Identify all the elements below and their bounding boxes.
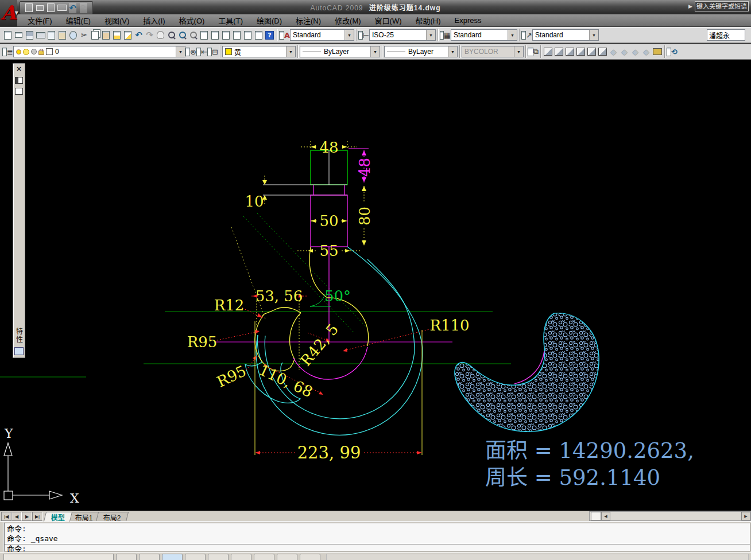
nw-isometric-icon[interactable] xyxy=(641,46,652,57)
save-icon[interactable] xyxy=(24,29,35,41)
text-style-combo[interactable]: Standard ▼ xyxy=(290,29,354,41)
plot-icon[interactable] xyxy=(68,29,79,41)
view-front-icon[interactable] xyxy=(586,46,597,57)
quickcalc-icon[interactable] xyxy=(253,29,264,41)
print-icon[interactable] xyxy=(56,2,67,14)
undo-icon[interactable] xyxy=(133,29,144,41)
menu-draw[interactable]: 绘图(D) xyxy=(250,14,289,27)
chevron-down-icon[interactable]: ▼ xyxy=(370,46,380,57)
snap-toggle[interactable] xyxy=(116,554,137,560)
dim-style-icon[interactable]: ⊢ xyxy=(358,29,369,41)
command-window-grip[interactable] xyxy=(0,522,3,552)
infocenter-search-input[interactable]: 键入关键字或短语 xyxy=(695,1,749,11)
user-name-field[interactable]: 潘超永 xyxy=(707,29,745,41)
infocenter-arrow-icon[interactable]: ▶ xyxy=(688,3,692,9)
layer-lock-icon[interactable] xyxy=(38,50,44,55)
menu-tools[interactable]: 工具(T) xyxy=(211,14,250,27)
cut-icon[interactable] xyxy=(79,29,90,41)
h-scrollbar[interactable]: ◀ ▶ xyxy=(589,511,751,521)
chevron-down-icon[interactable]: ▼ xyxy=(176,46,185,57)
designcenter-icon[interactable] xyxy=(210,29,220,41)
mleader-style-combo[interactable]: Standard ▼ xyxy=(532,29,599,41)
table-style-combo[interactable]: Standard ▼ xyxy=(451,29,517,41)
new-file-icon[interactable] xyxy=(2,29,13,41)
camera-icon[interactable] xyxy=(652,46,663,57)
osnap-toggle[interactable] xyxy=(208,554,229,560)
tool-palettes-icon[interactable] xyxy=(220,29,231,41)
layer-previous-icon[interactable]: ⇤ xyxy=(196,46,207,57)
drawing-canvas[interactable]: 48 48 80 10 50 xyxy=(0,60,751,511)
chevron-down-icon[interactable]: ▼ xyxy=(448,46,457,57)
open-icon[interactable] xyxy=(13,29,24,41)
menu-window[interactable]: 窗口(W) xyxy=(368,14,409,27)
first-tab-icon[interactable]: |◀ xyxy=(1,512,11,521)
menu-dimension[interactable]: 标注(N) xyxy=(289,14,328,27)
h-scrollbar-thumb[interactable] xyxy=(591,512,601,520)
layer-isolate-icon[interactable]: ⊟ xyxy=(207,46,218,57)
block-editor-icon[interactable] xyxy=(122,29,133,41)
zoom-window-icon[interactable] xyxy=(177,29,188,41)
next-tab-icon[interactable]: ▶ xyxy=(22,512,32,521)
sheetset-manager-icon[interactable] xyxy=(231,29,242,41)
menu-file[interactable]: 文件(F) xyxy=(21,14,59,27)
chevron-down-icon[interactable]: ▼ xyxy=(426,30,435,40)
open-icon[interactable] xyxy=(34,2,45,14)
menu-insert[interactable]: 插入(I) xyxy=(136,14,172,27)
view-left-icon[interactable] xyxy=(564,46,575,57)
menu-help[interactable]: 帮助(H) xyxy=(409,14,448,27)
menu-edit[interactable]: 编辑(E) xyxy=(59,14,98,27)
help-icon[interactable] xyxy=(264,29,275,41)
linetype-combo[interactable]: ByLayer ▼ xyxy=(300,46,380,57)
dim-style-combo[interactable]: ISO-25 ▼ xyxy=(369,29,436,41)
layer-freeze-icon[interactable] xyxy=(23,49,29,55)
new-file-icon[interactable] xyxy=(24,2,34,14)
otrack-toggle[interactable] xyxy=(231,554,251,560)
redo-icon[interactable] xyxy=(144,29,155,41)
polar-toggle[interactable] xyxy=(185,554,206,560)
grid-toggle[interactable] xyxy=(139,554,160,560)
chevron-down-icon[interactable]: ▼ xyxy=(344,30,354,40)
menu-modify[interactable]: 修改(M) xyxy=(328,14,368,27)
plot-preview-icon[interactable] xyxy=(46,29,57,41)
command-history[interactable]: 命令: 命令: _qsave xyxy=(5,523,750,545)
print-icon[interactable] xyxy=(35,29,46,41)
scroll-right-icon[interactable]: ▶ xyxy=(741,512,750,520)
view-back-icon[interactable] xyxy=(597,46,608,57)
zoom-extents-icon[interactable]: ⟲ xyxy=(667,46,678,57)
lineweight-combo[interactable]: ByLayer ▼ xyxy=(384,46,458,57)
zoom-realtime-icon[interactable] xyxy=(166,29,177,41)
menu-express[interactable]: Express xyxy=(448,15,489,26)
layer-properties-manager-icon[interactable]: ≣ xyxy=(2,46,13,57)
color-combo[interactable]: 黄 ▼ xyxy=(222,46,296,57)
publish-icon[interactable] xyxy=(57,29,68,41)
ducs-toggle[interactable] xyxy=(254,554,274,560)
mleader-style-icon[interactable]: ↗ xyxy=(521,29,532,41)
se-isometric-icon[interactable] xyxy=(619,46,630,57)
chevron-down-icon[interactable]: ▼ xyxy=(508,30,517,40)
redo-icon[interactable] xyxy=(78,2,89,14)
close-icon[interactable]: × xyxy=(16,65,22,73)
undo-icon[interactable] xyxy=(67,2,78,14)
plot-style-manager-icon[interactable]: ⧉ xyxy=(528,46,539,57)
ortho-toggle[interactable] xyxy=(162,554,183,560)
view-bottom-icon[interactable] xyxy=(553,46,564,57)
chevron-down-icon[interactable]: ▼ xyxy=(286,46,295,57)
layer-combo[interactable]: 0 ▼ xyxy=(13,46,185,57)
copy-icon[interactable] xyxy=(90,29,100,41)
scroll-left-icon[interactable]: ◀ xyxy=(601,512,610,520)
zoom-previous-icon[interactable] xyxy=(188,29,199,41)
properties-palette-bar[interactable]: × 特性 xyxy=(13,63,25,358)
layer-states-icon[interactable]: ⊜ xyxy=(185,46,196,57)
tab-model[interactable]: 模型 xyxy=(44,512,72,522)
markup-icon[interactable] xyxy=(242,29,253,41)
view-top-icon[interactable] xyxy=(543,46,553,57)
auto-hide-icon[interactable] xyxy=(15,77,23,84)
app-menu-button[interactable]: A ▼ xyxy=(0,0,17,26)
sw-isometric-icon[interactable] xyxy=(608,46,619,57)
chevron-down-icon[interactable]: ▼ xyxy=(589,30,598,40)
lwt-toggle[interactable] xyxy=(300,554,320,560)
last-tab-icon[interactable]: ▶| xyxy=(32,512,42,521)
save-icon[interactable] xyxy=(45,2,56,14)
view-right-icon[interactable] xyxy=(575,46,586,57)
menu-view[interactable]: 视图(V) xyxy=(98,14,136,27)
